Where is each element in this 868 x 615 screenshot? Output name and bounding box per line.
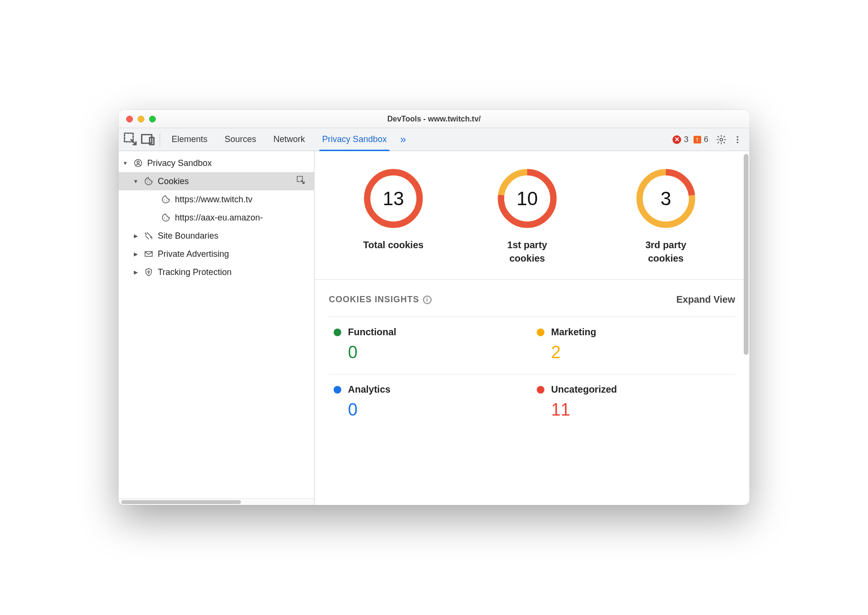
donut-chart: 3 [635, 167, 697, 230]
tree-label: https://www.twitch.tv [175, 195, 252, 205]
svg-point-15 [164, 218, 165, 219]
chevron-right-icon[interactable] [132, 269, 140, 275]
svg-point-13 [164, 199, 165, 200]
svg-point-14 [166, 201, 167, 202]
insight-card[interactable]: Analytics 0 [329, 374, 532, 431]
panel-body: Privacy Sandbox Cookies [119, 151, 749, 505]
tree-label: Private Advertising [158, 249, 229, 259]
settings-icon[interactable] [713, 134, 729, 145]
ring-card[interactable]: 13 Total cookies [362, 167, 424, 265]
minimize-button[interactable] [138, 116, 144, 122]
ring-card[interactable]: 3 3rd party cookies [630, 167, 702, 265]
insight-value: 2 [537, 342, 730, 362]
warning-badge[interactable]: ! 6 [694, 135, 708, 144]
tree-node-origin[interactable]: https://aax-eu.amazon- [119, 209, 314, 227]
divider [315, 279, 749, 280]
insight-name: Marketing [551, 327, 596, 338]
tab-label: Privacy Sandbox [322, 134, 387, 144]
svg-point-3 [720, 138, 723, 141]
ring-label: 1st party cookies [491, 238, 563, 265]
category-color-dot [537, 386, 544, 394]
ring-value: 13 [362, 167, 424, 230]
tab-label: Network [273, 134, 305, 144]
tree-node-privacy-sandbox[interactable]: Privacy Sandbox [119, 154, 314, 172]
insight-header: Functional [334, 327, 527, 338]
chevron-down-icon[interactable] [132, 178, 140, 184]
tab-elements[interactable]: Elements [163, 128, 216, 151]
tree-node-private-advertising[interactable]: Private Advertising [119, 245, 314, 263]
tree-label: Cookies [158, 176, 189, 187]
window-title: DevTools - www.twitch.tv/ [119, 115, 749, 123]
tab-network[interactable]: Network [265, 128, 314, 151]
insight-name: Uncategorized [551, 384, 617, 395]
tab-privacy-sandbox[interactable]: Privacy Sandbox [314, 128, 395, 151]
scrollbar-thumb[interactable] [121, 500, 241, 504]
chevron-right-icon[interactable] [132, 233, 140, 239]
info-icon[interactable]: i [423, 296, 432, 304]
tab-sources[interactable]: Sources [216, 128, 265, 151]
inspect-element-icon[interactable] [296, 175, 306, 188]
tree-node-origin[interactable]: https://www.twitch.tv [119, 190, 314, 209]
insight-card[interactable]: Uncategorized 11 [532, 374, 735, 431]
warning-icon: ! [694, 136, 701, 143]
error-count: 3 [684, 135, 688, 144]
insight-name: Functional [348, 327, 396, 338]
traffic-lights [119, 116, 156, 122]
toolbar-divider [160, 133, 160, 146]
titlebar: DevTools - www.twitch.tv/ [119, 110, 749, 128]
more-options-icon[interactable] [729, 135, 746, 144]
chevron-down-icon[interactable] [121, 160, 129, 166]
svg-point-5 [737, 139, 738, 140]
category-color-dot [537, 329, 544, 336]
tree-label: Tracking Protection [158, 267, 231, 277]
insight-card[interactable]: Functional 0 [329, 317, 532, 374]
ring-label: 3rd party cookies [630, 238, 702, 265]
close-button[interactable] [126, 116, 133, 122]
insights-grid: Functional 0 Marketing 2 Analytics 0 Unc… [329, 317, 735, 431]
more-tabs-icon[interactable]: » [395, 133, 411, 146]
insight-header: Marketing [537, 327, 730, 338]
expand-view-button[interactable]: Expand View [676, 294, 735, 305]
insights-title-text: COOKIES INSIGHTS [329, 295, 419, 305]
svg-point-9 [147, 181, 148, 182]
insight-value: 0 [334, 400, 527, 420]
insight-value: 11 [537, 400, 730, 420]
error-icon: ✕ [673, 135, 681, 144]
svg-point-10 [149, 183, 150, 184]
chevron-right-icon[interactable] [132, 251, 140, 257]
insight-value: 0 [334, 342, 527, 362]
inspect-element-icon[interactable] [122, 131, 140, 148]
maximize-button[interactable] [149, 116, 156, 122]
error-badge[interactable]: ✕ 3 [673, 135, 688, 144]
vertical-scrollbar-thumb[interactable] [744, 154, 749, 355]
tab-label: Sources [225, 134, 256, 144]
ring-value: 10 [496, 167, 558, 230]
insight-card[interactable]: Marketing 2 [532, 317, 735, 374]
site-boundaries-icon [143, 231, 154, 241]
ring-value: 3 [635, 167, 697, 230]
cookie-icon [161, 194, 171, 205]
insights-header: COOKIES INSIGHTS i Expand View [329, 294, 735, 305]
shield-icon [143, 267, 154, 277]
tree-node-tracking-protection[interactable]: Tracking Protection [119, 263, 314, 281]
svg-rect-1 [142, 134, 152, 143]
ring-label: Total cookies [363, 238, 423, 252]
tree-label: https://aax-eu.amazon- [175, 213, 263, 223]
sidebar: Privacy Sandbox Cookies [119, 151, 315, 505]
insight-name: Analytics [348, 384, 391, 395]
mail-icon [143, 249, 154, 259]
ring-card[interactable]: 10 1st party cookies [491, 167, 563, 265]
horizontal-scrollbar[interactable] [119, 498, 314, 505]
main-content: 13 Total cookies 10 1st party cookies 3 … [315, 151, 749, 505]
svg-point-4 [737, 136, 738, 137]
cookie-icon [143, 176, 154, 187]
tree-node-site-boundaries[interactable]: Site Boundaries [119, 227, 314, 245]
device-toolbar-icon[interactable] [140, 131, 157, 148]
donut-chart: 10 [496, 167, 558, 230]
category-color-dot [334, 386, 341, 394]
tree-node-cookies[interactable]: Cookies [119, 172, 314, 190]
svg-point-8 [137, 161, 140, 164]
cookie-summary-rings: 13 Total cookies 10 1st party cookies 3 … [329, 163, 735, 279]
privacy-sandbox-icon [133, 158, 143, 168]
tree-label: Privacy Sandbox [147, 158, 212, 168]
